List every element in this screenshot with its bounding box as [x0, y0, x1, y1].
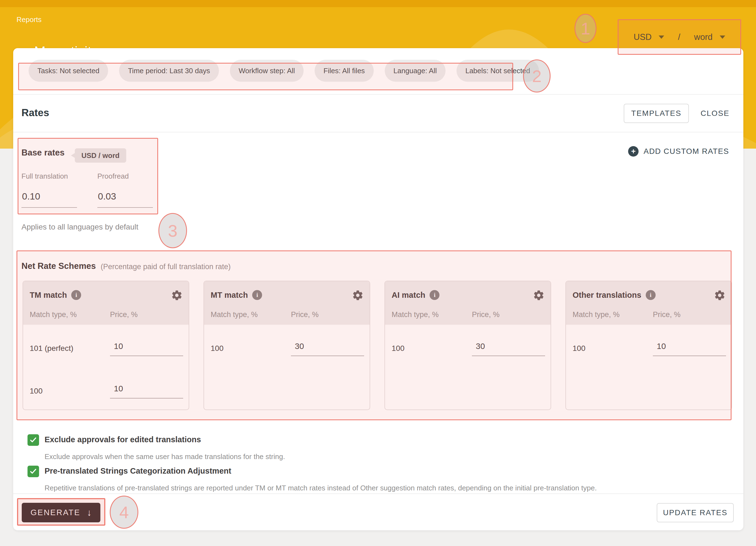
match-type-value: 100 — [30, 387, 43, 396]
gear-icon[interactable] — [352, 290, 364, 301]
update-rates-button[interactable]: UPDATE RATES — [657, 503, 734, 522]
match-type-value: 101 (perfect) — [30, 344, 73, 353]
nrs-card-header: AI match i Match type, % Price, % — [385, 281, 551, 325]
match-type-value: 100 — [211, 344, 224, 353]
plus-icon: + — [628, 146, 639, 156]
base-rates-unit-chip: USD / word — [75, 148, 126, 163]
check-icon — [29, 467, 37, 476]
full-translation-label: Full translation — [21, 172, 68, 180]
filter-chip-time-period[interactable]: Time period: Last 30 days — [119, 60, 219, 82]
divider — [13, 493, 743, 494]
nrs-card-tm-match: TM match i Match type, % Price, % 101 (p… — [23, 281, 189, 410]
add-custom-rates-label: ADD CUSTOM RATES — [644, 147, 729, 156]
currency-value: USD — [634, 32, 651, 42]
divider — [13, 132, 743, 132]
full-translation-input[interactable] — [21, 185, 77, 208]
filter-chip-tasks[interactable]: Tasks: Not selected — [29, 60, 108, 82]
price-input[interactable] — [653, 337, 726, 356]
generate-button-label: GENERATE — [31, 508, 80, 517]
reports-page: Reports ← My activity USD / word Tasks: … — [0, 0, 756, 546]
match-type-column-label: Match type, % — [573, 311, 620, 319]
chevron-down-icon — [659, 35, 664, 39]
breadcrumb: Reports — [17, 15, 42, 24]
price-input[interactable] — [291, 337, 364, 356]
base-rates-title: Base rates — [21, 148, 65, 158]
proofread-label: Proofread — [97, 172, 129, 180]
price-input[interactable] — [110, 379, 183, 399]
nrs-card-title: Other translations — [573, 291, 641, 300]
nrs-card-mt-match: MT match i Match type, % Price, % 100 — [204, 281, 370, 410]
nrs-card-title: TM match — [30, 291, 67, 300]
nrs-card-other-translations: Other translations i Match type, % Price… — [565, 281, 732, 410]
report-settings-card: Tasks: Not selected Time period: Last 30… — [13, 48, 743, 530]
nrs-card-header: TM match i Match type, % Price, % — [23, 281, 189, 325]
divider — [13, 94, 743, 95]
add-custom-rates-button[interactable]: + ADD CUSTOM RATES — [628, 146, 729, 156]
gear-icon[interactable] — [533, 290, 545, 301]
match-type-column-label: Match type, % — [211, 311, 258, 319]
price-input[interactable] — [110, 337, 183, 356]
info-icon[interactable]: i — [71, 290, 81, 300]
option-label: Exclude approvals for edited translation… — [45, 435, 201, 444]
filter-chips-row: Tasks: Not selected Time period: Last 30… — [29, 60, 539, 82]
close-button[interactable]: CLOSE — [699, 104, 732, 123]
price-column-label: Price, % — [653, 311, 681, 319]
templates-button[interactable]: TEMPLATES — [624, 104, 689, 123]
generate-button[interactable]: GENERATE ↓ — [22, 503, 100, 522]
filter-chip-labels[interactable]: Labels: Not selected — [457, 60, 539, 82]
download-arrow-icon: ↓ — [87, 507, 92, 518]
gear-icon[interactable] — [171, 290, 183, 301]
filter-chip-files[interactable]: Files: All files — [315, 60, 373, 82]
price-input[interactable] — [472, 337, 545, 356]
gear-icon[interactable] — [714, 290, 725, 301]
match-type-column-label: Match type, % — [392, 311, 439, 319]
header-top-strip — [0, 0, 756, 7]
info-icon[interactable]: i — [646, 290, 656, 300]
unit-value: word — [694, 32, 713, 42]
unit-separator: / — [678, 32, 680, 42]
info-icon[interactable]: i — [252, 290, 262, 300]
nrs-card-header: Other translations i Match type, % Price… — [566, 281, 732, 325]
price-column-label: Price, % — [291, 311, 319, 319]
option-description: Repetitive translations of pre-translate… — [45, 484, 597, 492]
option-description: Exclude approvals when the same user has… — [45, 452, 285, 461]
price-column-label: Price, % — [472, 311, 500, 319]
match-type-value: 100 — [392, 344, 405, 353]
proofread-input[interactable] — [97, 185, 153, 208]
option-label: Pre-translated Strings Categorization Ad… — [45, 467, 231, 476]
nrs-card-ai-match: AI match i Match type, % Price, % 100 — [384, 281, 551, 410]
base-rates-note: Applies to all languages by default — [21, 223, 138, 231]
filter-chip-language[interactable]: Language: All — [385, 60, 446, 82]
net-rate-schemes-subtitle: (Percentage paid of full translation rat… — [101, 262, 231, 271]
nrs-card-title: AI match — [392, 291, 425, 300]
price-column-label: Price, % — [110, 311, 138, 319]
match-type-column-label: Match type, % — [30, 311, 77, 319]
chevron-down-icon — [720, 35, 725, 39]
nrs-card-header: MT match i Match type, % Price, % — [204, 281, 370, 325]
unit-dropdown[interactable]: word — [694, 32, 725, 42]
checkbox-pretranslated-adjustment[interactable] — [28, 466, 39, 477]
info-icon[interactable]: i — [430, 290, 439, 300]
currency-dropdown[interactable]: USD — [634, 32, 664, 42]
match-type-value: 100 — [573, 344, 585, 353]
net-rate-schemes-title: Net Rate Schemes — [21, 261, 96, 271]
checkbox-exclude-approvals[interactable] — [28, 434, 39, 446]
nrs-card-title: MT match — [211, 291, 248, 300]
rates-section-title: Rates — [21, 107, 49, 119]
check-icon — [29, 436, 37, 444]
filter-chip-workflow-step[interactable]: Workflow step: All — [230, 60, 304, 82]
